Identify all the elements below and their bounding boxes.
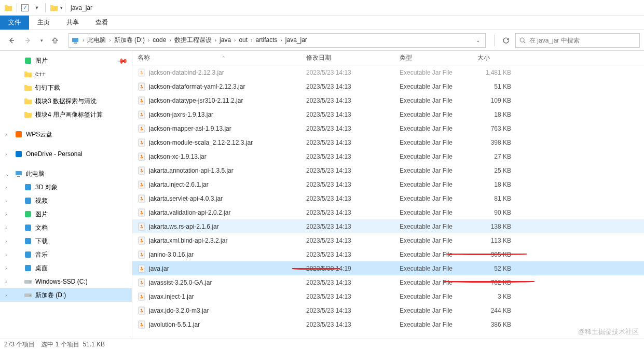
nav-tree[interactable]: 图片📌c++钉钉下载模块3 数据探索与清洗模块4 用户画像标签计算›WPS云盘›… <box>0 51 132 340</box>
nav-item[interactable]: ›3D 对象 <box>0 180 132 194</box>
watermark: @稀土掘金技术社区 <box>578 327 639 337</box>
nav-item[interactable]: c++ <box>0 67 132 81</box>
file-row[interactable]: jakarta.ws.rs-api-2.1.6.jar2023/5/23 14:… <box>132 219 644 233</box>
file-name: jackson-mapper-asl-1.9.13.jar <box>149 125 231 132</box>
file-name: jackson-module-scala_2.12-2.12.3.jar <box>149 139 253 146</box>
chevron-right-icon[interactable]: › <box>214 37 217 43</box>
wps-icon <box>15 130 23 138</box>
breadcrumb-item[interactable]: java_jar <box>283 36 309 44</box>
expand-icon[interactable]: › <box>5 198 7 204</box>
qat-dropdown-icon[interactable]: ▼ <box>33 4 41 12</box>
breadcrumb[interactable]: › 此电脑›新加卷 (D:)›code›数据工程课设›java›out›arti… <box>68 33 486 48</box>
file-row[interactable]: jackson-datatype-jsr310-2.11.2.jar2023/5… <box>132 93 644 107</box>
refresh-button[interactable] <box>499 33 513 48</box>
file-row[interactable]: javassist-3.25.0-GA.jar2023/5/23 14:13Ex… <box>132 275 644 289</box>
search-input[interactable] <box>529 37 636 44</box>
nav-item[interactable]: 模块4 用户画像标签计算 <box>0 108 132 121</box>
header-date[interactable]: 修改日期 <box>301 51 394 65</box>
nav-item[interactable]: 模块3 数据探索与清洗 <box>0 94 132 108</box>
file-size: 1,481 KB <box>472 69 516 76</box>
chevron-right-icon[interactable]: › <box>108 37 112 43</box>
file-row[interactable]: jackson-jaxrs-1.9.13.jar2023/5/23 14:13E… <box>132 107 644 121</box>
nav-item[interactable]: ›下载 <box>0 234 132 248</box>
file-row[interactable]: jackson-xc-1.9.13.jar2023/5/23 14:13Exec… <box>132 149 644 163</box>
recent-dropdown[interactable]: ▾ <box>37 33 46 48</box>
nav-item[interactable]: ›OneDrive - Personal <box>0 147 132 161</box>
file-row[interactable]: jakarta.validation-api-2.0.2.jar2023/5/2… <box>132 205 644 219</box>
tab-file[interactable]: 文件 <box>0 16 29 30</box>
file-name: jakarta.inject-2.6.1.jar <box>149 181 209 188</box>
nav-item[interactable]: ›文档 <box>0 221 132 234</box>
expand-icon[interactable]: › <box>5 265 7 271</box>
nav-item[interactable]: ›音乐 <box>0 248 132 261</box>
file-row[interactable]: janino-3.0.16.jar2023/5/23 14:13Executab… <box>132 247 644 261</box>
file-row[interactable]: jakarta.servlet-api-4.0.3.jar2023/5/23 1… <box>132 191 644 205</box>
expand-icon[interactable]: › <box>5 239 7 244</box>
file-size: 386 KB <box>472 321 516 328</box>
file-name: javolution-5.5.1.jar <box>149 321 200 328</box>
sort-asc-icon: ⌃ <box>222 55 226 61</box>
header-name[interactable]: 名称⌃ <box>132 51 301 65</box>
file-row[interactable]: jackson-dataformat-yaml-2.12.3.jar2023/5… <box>132 79 644 93</box>
file-date: 2023/5/23 14:13 <box>301 251 394 258</box>
svg-rect-14 <box>25 251 31 258</box>
breadcrumb-item[interactable]: java <box>217 36 233 44</box>
tab-view[interactable]: 查看 <box>87 16 116 30</box>
file-row[interactable]: jackson-mapper-asl-1.9.13.jar2023/5/23 1… <box>132 121 644 135</box>
nav-item[interactable]: ›Windows-SSD (C:) <box>0 275 132 288</box>
breadcrumb-item[interactable]: 新加卷 (D:) <box>112 36 147 44</box>
file-size: 905 KB <box>472 251 516 258</box>
file-row[interactable]: jakarta.inject-2.6.1.jar2023/5/23 14:13E… <box>132 177 644 191</box>
forward-button[interactable] <box>21 33 35 48</box>
checkbox-icon[interactable]: ✓ <box>21 4 29 11</box>
expand-icon[interactable]: ⌄ <box>5 171 9 177</box>
expand-icon[interactable]: › <box>5 151 7 157</box>
file-row[interactable]: jackson-databind-2.12.3.jar2023/5/23 14:… <box>132 65 644 79</box>
file-row[interactable]: java.jar2023/5/30 14:19Executable Jar Fi… <box>132 261 644 275</box>
3d-icon <box>24 183 32 191</box>
file-row[interactable]: jakarta.annotation-api-1.3.5.jar2023/5/2… <box>132 163 644 177</box>
nav-item[interactable]: ›视频 <box>0 194 132 207</box>
file-row[interactable]: jackson-module-scala_2.12-2.12.3.jar2023… <box>132 135 644 149</box>
svg-rect-13 <box>25 238 31 244</box>
nav-item[interactable]: ›新加卷 (D:) <box>0 288 132 302</box>
ribbon: 文件 主页 共享 查看 <box>0 16 644 30</box>
nav-item[interactable]: ›图片 <box>0 207 132 221</box>
breadcrumb-item[interactable]: 数据工程课设 <box>172 36 214 44</box>
chevron-right-icon[interactable]: › <box>168 37 172 43</box>
svg-rect-9 <box>25 184 31 190</box>
tab-share[interactable]: 共享 <box>58 16 87 30</box>
breadcrumb-item[interactable]: code <box>150 36 168 44</box>
file-row[interactable]: javax.inject-1.jar2023/5/23 14:13Executa… <box>132 289 644 303</box>
expand-icon[interactable]: › <box>5 212 7 217</box>
file-row[interactable]: jakarta.xml.bind-api-2.3.2.jar2023/5/23 … <box>132 233 644 247</box>
breadcrumb-item[interactable]: artifacts <box>253 36 279 44</box>
header-size[interactable]: 大小 <box>472 51 516 65</box>
expand-icon[interactable]: › <box>5 185 7 190</box>
nav-item[interactable]: ⌄此电脑 <box>0 167 132 180</box>
breadcrumb-item[interactable]: out <box>237 36 250 44</box>
header-type[interactable]: 类型 <box>394 51 472 65</box>
chevron-right-icon[interactable]: › <box>81 37 85 43</box>
nav-item[interactable]: 图片📌 <box>0 54 132 67</box>
breadcrumb-item[interactable]: 此电脑 <box>85 36 108 44</box>
tab-home[interactable]: 主页 <box>29 16 58 30</box>
file-list[interactable]: jackson-databind-2.12.3.jar2023/5/23 14:… <box>132 65 644 331</box>
expand-icon[interactable]: › <box>5 252 7 258</box>
chevron-down-icon[interactable]: ⌄ <box>473 37 483 43</box>
jar-icon <box>138 166 146 175</box>
search-box[interactable] <box>515 33 640 48</box>
chevron-right-icon[interactable]: › <box>279 37 283 43</box>
nav-item[interactable]: ›WPS云盘 <box>0 128 132 141</box>
expand-icon[interactable]: › <box>5 132 7 137</box>
file-row[interactable]: javax.jdo-3.2.0-m3.jar2023/5/23 14:13Exe… <box>132 303 644 317</box>
expand-icon[interactable]: › <box>5 225 7 231</box>
up-button[interactable] <box>48 33 62 48</box>
back-button[interactable] <box>4 33 19 48</box>
nav-item[interactable]: 钉钉下载 <box>0 81 132 94</box>
expand-icon[interactable]: › <box>5 279 7 285</box>
expand-icon[interactable]: › <box>5 292 7 298</box>
file-name: jackson-datatype-jsr310-2.11.2.jar <box>149 97 243 104</box>
nav-item[interactable]: ›桌面 <box>0 261 132 275</box>
file-row[interactable]: javolution-5.5.1.jar2023/5/23 14:13Execu… <box>132 317 644 331</box>
